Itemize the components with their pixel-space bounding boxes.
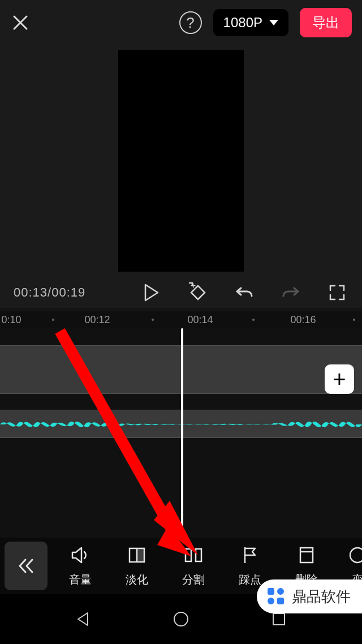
svg-rect-18: [277, 598, 284, 604]
circle-home-icon: [173, 611, 189, 628]
preview-area: [0, 45, 362, 277]
circle-icon: [347, 545, 362, 565]
svg-rect-7: [137, 548, 144, 562]
timeline-ruler[interactable]: 0:10 00:12 00:14 00:16: [0, 311, 362, 328]
playback-controls: 00:13/00:19 +: [0, 277, 362, 308]
timecode: 00:13/00:19: [14, 285, 85, 300]
ruler-dot: [353, 319, 355, 321]
flag-icon: [240, 545, 260, 565]
svg-rect-14: [273, 613, 285, 625]
svg-point-16: [277, 588, 284, 595]
resolution-selector[interactable]: 1080P: [213, 9, 288, 36]
watermark-logo-icon: [266, 586, 286, 607]
svg-rect-8: [186, 549, 191, 561]
svg-rect-15: [268, 588, 274, 595]
tool-fade[interactable]: 淡化: [109, 545, 165, 587]
fullscreen-button[interactable]: [326, 281, 348, 304]
plus-icon: +: [333, 367, 346, 392]
speaker-icon: [70, 545, 90, 565]
ruler-tick: 00:12: [84, 314, 110, 326]
ruler-dot: [152, 319, 154, 321]
tool-label: 踩点: [239, 572, 261, 587]
tool-volume[interactable]: 音量: [52, 545, 109, 587]
redo-button[interactable]: [279, 281, 302, 304]
undo-button[interactable]: [233, 281, 256, 304]
ruler-tick: 00:14: [187, 314, 213, 326]
watermark-text: 鼎品软件: [292, 587, 351, 607]
split-icon: [183, 545, 204, 565]
tool-label: 淡化: [126, 572, 148, 587]
help-button[interactable]: ?: [179, 11, 202, 34]
play-button[interactable]: [140, 281, 163, 304]
export-button[interactable]: 导出: [300, 8, 352, 37]
collapse-tools-button[interactable]: [5, 542, 48, 590]
ruler-dot: [52, 319, 54, 321]
triangle-back-icon: [75, 611, 91, 627]
nav-back-button[interactable]: [69, 605, 97, 633]
svg-rect-9: [196, 549, 201, 561]
square-recent-icon: [272, 612, 286, 626]
close-button[interactable]: [10, 12, 31, 33]
tool-label: 音量: [69, 572, 92, 587]
svg-point-13: [174, 612, 188, 626]
svg-point-17: [268, 598, 274, 604]
ruler-tick: 0:10: [1, 314, 21, 326]
timeline[interactable]: +: [0, 328, 362, 538]
ruler-dot: [252, 319, 255, 321]
chevrons-left-icon: [16, 556, 36, 576]
resolution-label: 1080P: [223, 15, 262, 31]
playhead[interactable]: [181, 328, 183, 538]
add-clip-button[interactable]: +: [325, 364, 354, 394]
svg-text:+: +: [191, 281, 196, 290]
fade-icon: [127, 545, 147, 565]
chevron-down-icon: [269, 20, 278, 25]
watermark-badge: 鼎品软件: [257, 579, 362, 613]
ruler-tick: 00:16: [290, 314, 316, 326]
question-mark-icon: ?: [186, 14, 194, 32]
nav-home-button[interactable]: [167, 605, 195, 633]
svg-rect-10: [300, 548, 313, 563]
keyframe-button[interactable]: +: [187, 281, 209, 304]
tool-split[interactable]: 分割: [165, 545, 222, 587]
svg-point-12: [350, 548, 362, 563]
delete-icon: [296, 545, 317, 565]
video-preview[interactable]: [118, 50, 244, 272]
tool-label: 分割: [182, 572, 205, 587]
